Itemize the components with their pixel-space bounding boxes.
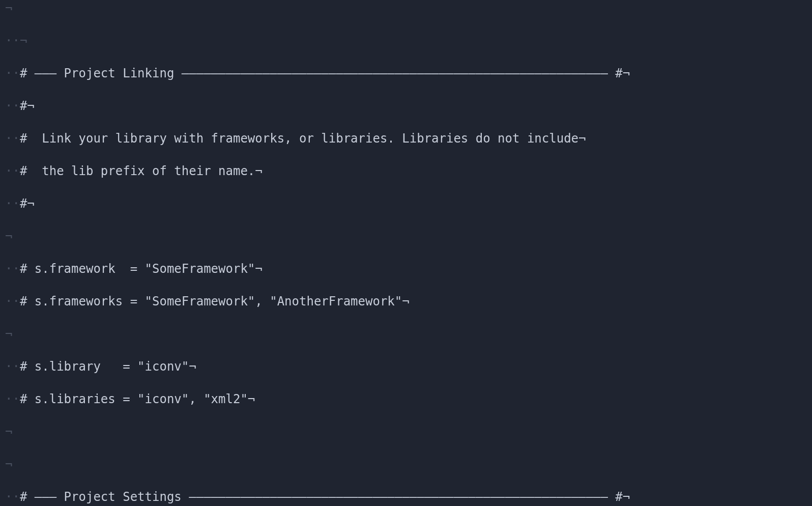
eol-marker: ¬ — [5, 229, 12, 243]
whitespace-marker: ·· — [5, 490, 20, 504]
code-line: ··# ――― Project Settings ―――――――――――――――… — [0, 489, 812, 505]
comment-text: # s.frameworks = "SomeFramework", "Anoth… — [20, 294, 410, 308]
code-line: ¬ — [0, 456, 812, 472]
eol-marker: ¬ — [5, 425, 12, 439]
comment-text: # ――― Project Settings ―――――――――――――――――… — [20, 490, 630, 504]
comment-text: # Link your library with frameworks, or … — [20, 131, 586, 146]
comment-text: # ――― Project Linking ――――――――――――――――――… — [20, 66, 630, 80]
code-line: ¬ — [0, 326, 812, 342]
whitespace-marker: ·· — [5, 294, 20, 308]
comment-text: # s.libraries = "iconv", "xml2"¬ — [20, 392, 255, 406]
whitespace-marker: ·· — [5, 262, 20, 276]
code-line: ··# ――― Project Linking ――――――――――――――――… — [0, 65, 812, 81]
code-line: ··# s.framework = "SomeFramework"¬ — [0, 261, 812, 277]
whitespace-marker: ·· — [5, 34, 20, 48]
comment-text: #¬ — [20, 99, 35, 113]
code-line: ··# the lib prefix of their name.¬ — [0, 163, 812, 179]
comment-text: # the lib prefix of their name.¬ — [20, 164, 263, 178]
code-line: ··¬ — [0, 33, 812, 49]
code-line: ··#¬ — [0, 98, 812, 114]
code-line: ¬ — [0, 228, 812, 244]
eol-marker: ¬ — [5, 327, 12, 341]
code-line: ¬ — [0, 424, 812, 440]
eol-marker: ¬ — [5, 457, 12, 471]
whitespace-marker: ·· — [5, 164, 20, 178]
code-editor[interactable]: ¬ ··¬ ··# ――― Project Linking ――――――――――… — [0, 0, 812, 506]
whitespace-marker: ·· — [5, 392, 20, 406]
whitespace-marker: ·· — [5, 99, 20, 113]
code-line: ··# s.library = "iconv"¬ — [0, 358, 812, 375]
code-line: ··# s.libraries = "iconv", "xml2"¬ — [0, 391, 812, 407]
comment-text: # s.framework = "SomeFramework"¬ — [20, 262, 263, 276]
whitespace-marker: ·· — [5, 196, 20, 211]
comment-text: #¬ — [20, 196, 35, 211]
whitespace-marker: ·· — [5, 359, 20, 374]
whitespace-marker: ·· — [5, 131, 20, 146]
comment-text: # s.library = "iconv"¬ — [20, 359, 196, 374]
code-line: ··# Link your library with frameworks, o… — [0, 130, 812, 147]
eol-marker: ¬ — [20, 34, 27, 48]
code-line: ··# s.frameworks = "SomeFramework", "Ano… — [0, 293, 812, 310]
eol-marker: ¬ — [5, 1, 12, 15]
code-line: ¬ — [0, 0, 812, 16]
whitespace-marker: ·· — [5, 66, 20, 80]
code-line: ··#¬ — [0, 195, 812, 212]
